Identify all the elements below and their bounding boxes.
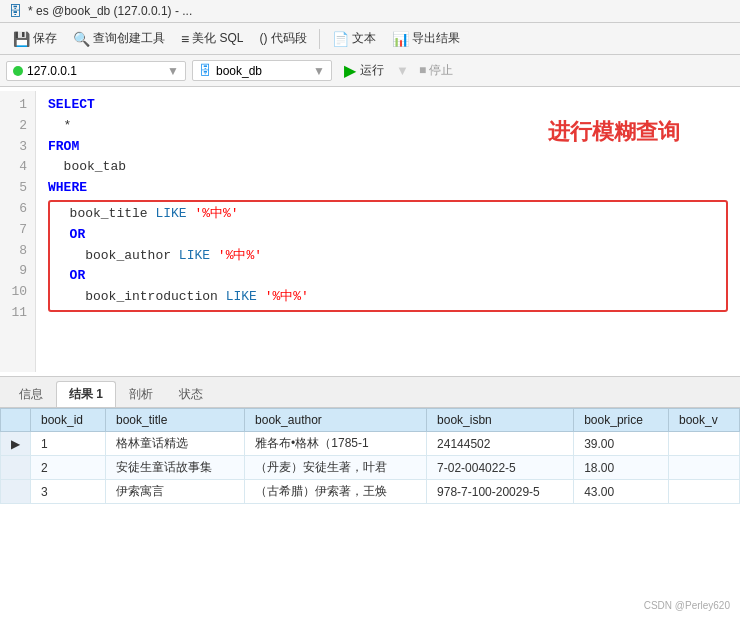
results-area[interactable]: book_id book_title book_author book_isbn…: [0, 408, 740, 619]
col-book-id: book_id: [31, 409, 106, 432]
stop-label: 停止: [429, 63, 453, 77]
beautify-label: 美化 SQL: [192, 30, 243, 47]
table-cell: [1, 480, 31, 504]
table-cell: [1, 456, 31, 480]
table-cell: 2: [31, 456, 106, 480]
code-line-2: *: [48, 116, 728, 137]
export-label: 导出结果: [412, 30, 460, 47]
results-table: book_id book_title book_author book_isbn…: [0, 408, 740, 504]
result-section: 信息 结果 1 剖析 状态 book_id book_title book_au…: [0, 377, 740, 619]
table-header-row: book_id book_title book_author book_isbn…: [1, 409, 740, 432]
conn-chevron-icon: ▼: [167, 64, 179, 78]
col-book-v: book_v: [668, 409, 739, 432]
tab-profile[interactable]: 剖析: [116, 381, 166, 407]
tab-status[interactable]: 状态: [166, 381, 216, 407]
table-cell: [668, 432, 739, 456]
line-num-10: 10: [8, 282, 27, 303]
table-cell: 43.00: [574, 480, 669, 504]
line-num-4: 4: [8, 157, 27, 178]
code-line-7: OR: [54, 225, 722, 246]
code-line-3: FROM: [48, 137, 728, 158]
run-icon: ▶: [344, 61, 356, 80]
title-bar: 🗄 * es @book_db (127.0.0.1) - ...: [0, 0, 740, 23]
table-cell: 7-02-004022-5: [427, 456, 574, 480]
save-icon: 💾: [13, 31, 30, 47]
watermark: CSDN @Perley620: [644, 600, 730, 611]
run-button[interactable]: ▶ 运行: [338, 59, 390, 82]
connection-bar: 127.0.0.1 ▼ 🗄 book_db ▼ ▶ 运行 ▼ ■ 停止: [0, 55, 740, 87]
code-line-5: WHERE: [48, 178, 728, 199]
code-line-9: OR: [54, 266, 722, 287]
text-button[interactable]: 📄 文本: [325, 26, 383, 51]
save-button[interactable]: 💾 保存: [6, 26, 64, 51]
connection-select[interactable]: 127.0.0.1 ▼: [6, 61, 186, 81]
text-icon: 📄: [332, 31, 349, 47]
toolbar: 💾 保存 🔍 查询创建工具 ≡ 美化 SQL () 代码段 📄 文本 📊 导出结…: [0, 23, 740, 55]
table-cell: 978-7-100-20029-5: [427, 480, 574, 504]
table-cell: （古希腊）伊索著，王焕: [245, 480, 427, 504]
beautify-icon: ≡: [181, 31, 189, 47]
col-book-author: book_author: [245, 409, 427, 432]
line-num-11: 11: [8, 303, 27, 324]
stop-icon: ■: [419, 63, 426, 77]
run-label: 运行: [360, 62, 384, 79]
col-book-isbn: book_isbn: [427, 409, 574, 432]
query-builder-icon: 🔍: [73, 31, 90, 47]
save-label: 保存: [33, 30, 57, 47]
database-select[interactable]: 🗄 book_db ▼: [192, 60, 332, 81]
table-cell: 3: [31, 480, 106, 504]
code-snippet-button[interactable]: () 代码段: [253, 26, 314, 51]
table-cell: [668, 480, 739, 504]
table-cell: 格林童话精选: [105, 432, 244, 456]
line-num-7: 7: [8, 220, 27, 241]
toolbar-separator: [319, 29, 320, 49]
table-row[interactable]: 3伊索寓言（古希腊）伊索著，王焕978-7-100-20029-543.00: [1, 480, 740, 504]
table-cell: 1: [31, 432, 106, 456]
database-icon: 🗄: [199, 63, 212, 78]
database-value: book_db: [216, 64, 262, 78]
tab-results[interactable]: 结果 1: [56, 381, 116, 407]
code-content: SELECT * FROM book_tab WHERE book_title …: [36, 91, 740, 372]
table-row[interactable]: ▶1格林童话精选雅各布•格林（1785-12414450239.00: [1, 432, 740, 456]
col-book-title: book_title: [105, 409, 244, 432]
query-builder-label: 查询创建工具: [93, 30, 165, 47]
table-cell: 伊索寓言: [105, 480, 244, 504]
query-builder-button[interactable]: 🔍 查询创建工具: [66, 26, 172, 51]
code-line-8: book_author LIKE '%中%': [54, 246, 722, 267]
table-cell: [668, 456, 739, 480]
bottom-tabs: 信息 结果 1 剖析 状态: [0, 377, 740, 408]
export-icon: 📊: [392, 31, 409, 47]
beautify-button[interactable]: ≡ 美化 SQL: [174, 26, 251, 51]
col-book-price: book_price: [574, 409, 669, 432]
code-editor[interactable]: 进行模糊查询 1 2 3 4 5 6 7 8 9 10 11 SELECT: [0, 87, 740, 377]
line-num-2: 2: [8, 116, 27, 137]
code-line-11: [48, 313, 728, 334]
code-line-4: book_tab: [48, 157, 728, 178]
table-cell: 雅各布•格林（1785-1: [245, 432, 427, 456]
line-num-6: 6: [8, 199, 27, 220]
title-text: * es @book_db (127.0.0.1) - ...: [28, 4, 192, 18]
code-line-6: book_title LIKE '%中%': [54, 204, 722, 225]
line-num-8: 8: [8, 241, 27, 262]
line-num-5: 5: [8, 178, 27, 199]
tab-info[interactable]: 信息: [6, 381, 56, 407]
line-numbers: 1 2 3 4 5 6 7 8 9 10 11: [0, 91, 36, 372]
code-snippet-label: () 代码段: [260, 30, 307, 47]
table-row[interactable]: 2安徒生童话故事集（丹麦）安徒生著，叶君7-02-004022-518.00: [1, 456, 740, 480]
table-cell: ▶: [1, 432, 31, 456]
table-cell: 安徒生童话故事集: [105, 456, 244, 480]
stop-button[interactable]: ■ 停止: [415, 60, 458, 81]
col-indicator: [1, 409, 31, 432]
main-layout: 🗄 * es @book_db (127.0.0.1) - ... 💾 保存 🔍…: [0, 0, 740, 619]
line-num-3: 3: [8, 137, 27, 158]
line-num-9: 9: [8, 261, 27, 282]
run-separator: ▼: [396, 63, 409, 78]
code-line-1: SELECT: [48, 95, 728, 116]
highlight-box: book_title LIKE '%中%' OR book_author LIK…: [48, 200, 728, 312]
table-cell: （丹麦）安徒生著，叶君: [245, 456, 427, 480]
connection-value: 127.0.0.1: [27, 64, 77, 78]
db-icon: 🗄: [8, 3, 22, 19]
export-button[interactable]: 📊 导出结果: [385, 26, 467, 51]
table-cell: 39.00: [574, 432, 669, 456]
db-chevron-icon: ▼: [313, 64, 325, 78]
